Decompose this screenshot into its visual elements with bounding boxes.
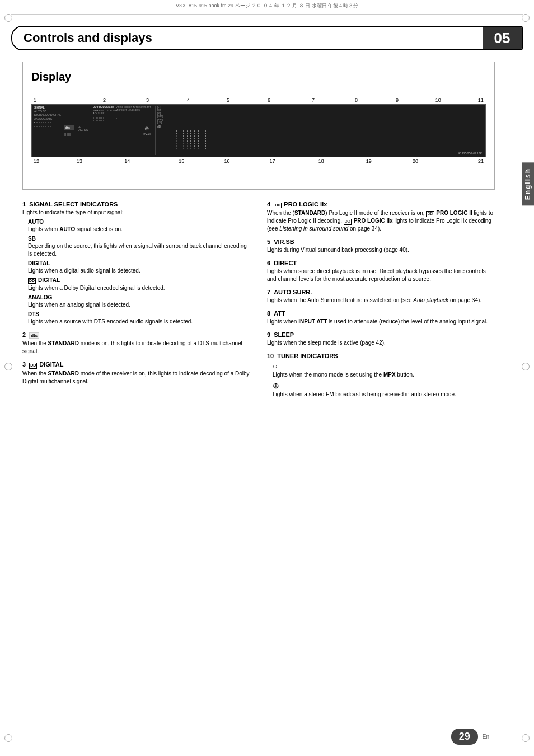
item-9-number: 9 (267, 331, 270, 338)
item-6-body: Lights when source direct playback is in… (267, 267, 495, 283)
content-columns: 1 SIGNAL SELECT indicators Lights to ind… (22, 201, 495, 404)
item-9-title: SLEEP (274, 331, 294, 338)
item-3-header: 3 DD DIGITAL (22, 361, 250, 368)
chapter-title: Controls and displays (24, 31, 152, 45)
page-number-box: 29 (451, 729, 478, 745)
file-info-text: VSX_815-915.book.fm 29 ページ ２０ ０４ 年 １２ 月 … (176, 3, 358, 8)
page-number: 29 (459, 731, 470, 742)
side-tab-english: English (522, 162, 534, 205)
item-8-body: Lights when INPUT ATT is used to attenua… (267, 318, 495, 326)
item-6-section: 6 DIRECT Lights when source direct playb… (267, 260, 495, 283)
item-2-section: 2 dts When the STANDARD mode is on, this… (22, 331, 250, 355)
item-10-number: 10 (267, 353, 274, 359)
item-2-header: 2 dts (22, 331, 250, 339)
content-left: 1 SIGNAL SELECT indicators Lights to ind… (22, 201, 250, 404)
item-1-sub-dts: DTS Lights when a source with DTS encode… (28, 311, 250, 326)
item-6-header: 6 DIRECT (267, 260, 495, 266)
item-3-body: When the STANDARD mode of the receiver i… (22, 370, 250, 386)
item-1-sub-dd-digital: DD DIGITAL Lights when a Dolby Digital e… (28, 277, 250, 292)
chapter-header: Controls and displays 05 (11, 26, 523, 50)
item-10-sub-mono: ○ Lights when the mono mode is set using… (273, 361, 495, 379)
item-2-number: 2 (22, 331, 26, 338)
item-5-number: 5 (267, 238, 270, 245)
chapter-title-area: Controls and displays (12, 27, 483, 49)
item-5-body: Lights during Virtual surround back proc… (267, 246, 495, 254)
item-7-number: 7 (267, 289, 270, 295)
item-1-sub-auto: AUTO Lights when AUTO signal select is o… (28, 219, 250, 233)
item-10-sub-stereo: ⊕ Lights when a stereo FM broadcast is b… (273, 381, 495, 398)
diagram-numbers-top: 1 2 3 4 5 6 7 8 9 10 11 (31, 97, 486, 104)
page-lang-label: En (483, 734, 489, 740)
display-diagram: SIGNAL AUTO SB DIGITAL DD DIGITAL ANALOG… (31, 104, 486, 157)
item-7-title: AUTO SURR. (274, 289, 312, 295)
item-7-body: Lights when the Auto Surround feature is… (267, 297, 495, 304)
item-1-sub-analog: ANALOG Lights when an analog signal is d… (28, 294, 250, 309)
file-info-bar: VSX_815-915.book.fm 29 ページ ２０ ０４ 年 １２ 月 … (11, 0, 523, 15)
display-title: Display (31, 71, 486, 83)
main-content: Display 1 2 3 4 5 6 7 8 9 10 11 SIGNA (22, 62, 512, 404)
item-1-body: Lights to indicate the type of input sig… (22, 209, 250, 217)
item-4-body: When the (STANDARD) Pro Logic II mode of… (267, 209, 495, 233)
item-1-sub-sb: SB Depending on the source, this lights … (28, 236, 250, 258)
item-10-section: 10 Tuner indicators ○ Lights when the mo… (267, 353, 495, 398)
display-section: Display 1 2 3 4 5 6 7 8 9 10 11 SIGNA (22, 62, 495, 190)
item-4-header: 4 DD PRO LOGIC IIx (267, 201, 495, 208)
item-9-section: 9 SLEEP Lights when the sleep mode is ac… (267, 331, 495, 347)
item-8-title: ATT (274, 310, 285, 317)
item-10-header: 10 Tuner indicators (267, 353, 495, 359)
item-9-header: 9 SLEEP (267, 331, 495, 338)
content-right: 4 DD PRO LOGIC IIx When the (STANDARD) P… (267, 201, 495, 404)
diagram-numbers-bottom: 12 13 14 15 16 17 18 19 20 21 (31, 157, 486, 164)
item-1-header: 1 SIGNAL SELECT indicators (22, 201, 250, 208)
item-1-title: SIGNAL SELECT indicators (29, 201, 118, 208)
item-2-body: When the STANDARD mode is on, this light… (22, 340, 250, 355)
item-3-section: 3 DD DIGITAL When the STANDARD mode of t… (22, 361, 250, 385)
item-4-number: 4 (267, 201, 270, 208)
item-1-number: 1 (22, 201, 26, 208)
item-6-title: DIRECT (274, 260, 297, 266)
item-5-section: 5 VIR.SB Lights during Virtual surround … (267, 238, 495, 254)
item-8-number: 8 (267, 310, 270, 317)
item-6-number: 6 (267, 260, 270, 266)
item-10-title: Tuner indicators (277, 353, 338, 359)
item-8-header: 8 ATT (267, 310, 495, 317)
item-8-section: 8 ATT Lights when INPUT ATT is used to a… (267, 310, 495, 326)
item-4-title: DD PRO LOGIC IIx (274, 201, 327, 208)
chapter-number: 05 (494, 30, 510, 47)
diagram-wrapper: 1 2 3 4 5 6 7 8 9 10 11 SIGNAL AUTO SB D… (31, 97, 486, 164)
item-5-header: 5 VIR.SB (267, 238, 495, 245)
item-2-dts-logo: dts (29, 332, 39, 339)
item-7-header: 7 AUTO SURR. (267, 289, 495, 295)
item-1-section: 1 SIGNAL SELECT indicators Lights to ind… (22, 201, 250, 326)
chapter-number-box: 05 (483, 27, 522, 49)
item-5-title: VIR.SB (274, 238, 294, 245)
item-4-section: 4 DD PRO LOGIC IIx When the (STANDARD) P… (267, 201, 495, 233)
item-9-body: Lights when the sleep mode is active (pa… (267, 339, 495, 347)
item-7-section: 7 AUTO SURR. Lights when the Auto Surrou… (267, 289, 495, 304)
item-1-sub-digital: DIGITAL Lights when a digital audio sign… (28, 260, 250, 275)
item-3-title: DD DIGITAL (29, 361, 63, 368)
page-footer: 29 En (451, 729, 489, 745)
item-3-number: 3 (22, 361, 26, 368)
